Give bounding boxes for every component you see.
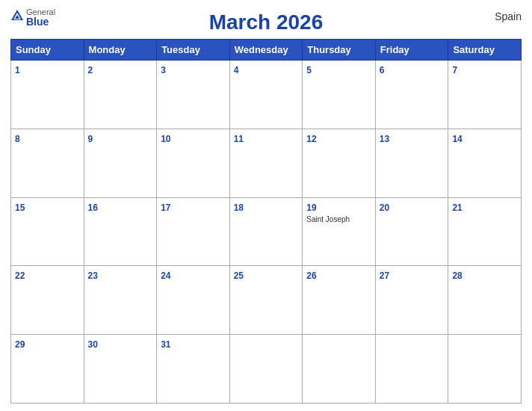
day-cell-4: 4 xyxy=(229,61,303,129)
header-friday: Friday xyxy=(375,40,448,61)
day-cell-18: 18 xyxy=(229,197,303,266)
header-sunday: Sunday xyxy=(11,40,84,61)
week-row-2: 891011121314 xyxy=(11,129,522,197)
country-label: Spain xyxy=(495,10,522,22)
day-cell-empty xyxy=(229,335,303,404)
day-cell-1: 1 xyxy=(11,61,84,129)
day-cell-31: 31 xyxy=(157,335,230,404)
day-number-29: 29 xyxy=(15,339,25,350)
day-number-28: 28 xyxy=(452,271,462,281)
day-cell-25: 25 xyxy=(229,266,303,335)
day-number-13: 13 xyxy=(380,134,389,144)
day-number-27: 27 xyxy=(380,271,389,281)
day-number-17: 17 xyxy=(161,203,170,213)
day-cell-19: 19Saint Joseph xyxy=(303,197,376,266)
week-row-3: 1516171819Saint Joseph2021 xyxy=(11,197,522,266)
day-number-7: 7 xyxy=(452,65,457,75)
day-number-8: 8 xyxy=(15,134,20,144)
day-cell-26: 26 xyxy=(303,266,376,335)
day-number-24: 24 xyxy=(161,271,170,281)
day-cell-2: 2 xyxy=(84,61,157,129)
day-cell-27: 27 xyxy=(375,266,448,335)
day-number-20: 20 xyxy=(380,203,389,213)
day-cell-12: 12 xyxy=(303,129,376,197)
logo-blue: Blue xyxy=(26,16,49,28)
day-cell-8: 8 xyxy=(11,129,84,197)
day-number-25: 25 xyxy=(234,271,244,281)
day-number-10: 10 xyxy=(161,134,170,144)
day-number-16: 16 xyxy=(88,203,98,213)
day-cell-16: 16 xyxy=(84,197,157,266)
day-number-14: 14 xyxy=(452,134,462,144)
month-title: March 2026 xyxy=(209,10,324,34)
day-number-2: 2 xyxy=(88,65,93,75)
header-tuesday: Tuesday xyxy=(157,40,230,61)
day-cell-11: 11 xyxy=(229,129,303,197)
day-cell-7: 7 xyxy=(448,61,522,129)
day-number-6: 6 xyxy=(380,65,385,75)
day-cell-5: 5 xyxy=(303,61,376,129)
day-number-15: 15 xyxy=(15,203,25,213)
day-cell-empty xyxy=(375,335,448,404)
weekday-header-row: Sunday Monday Tuesday Wednesday Thursday… xyxy=(11,40,522,61)
day-cell-empty xyxy=(303,335,376,404)
logo-text: General Blue xyxy=(26,7,55,28)
day-number-22: 22 xyxy=(15,271,25,281)
week-row-1: 1234567 xyxy=(11,61,522,129)
day-number-19: 19 xyxy=(306,203,316,213)
day-cell-23: 23 xyxy=(84,266,157,335)
day-number-23: 23 xyxy=(88,271,98,281)
day-number-11: 11 xyxy=(234,134,244,144)
header-wednesday: Wednesday xyxy=(229,40,303,61)
day-cell-9: 9 xyxy=(84,129,157,197)
header-monday: Monday xyxy=(84,40,157,61)
day-number-18: 18 xyxy=(234,203,244,213)
day-cell-24: 24 xyxy=(157,266,230,335)
day-cell-28: 28 xyxy=(448,266,522,335)
day-cell-21: 21 xyxy=(448,197,522,266)
header-saturday: Saturday xyxy=(448,40,522,61)
day-number-1: 1 xyxy=(15,65,20,75)
logo-area: General Blue xyxy=(10,7,55,28)
day-cell-3: 3 xyxy=(157,61,230,129)
day-cell-6: 6 xyxy=(375,61,448,129)
day-number-3: 3 xyxy=(161,65,166,75)
day-cell-empty xyxy=(448,335,522,404)
day-cell-22: 22 xyxy=(11,266,84,335)
generalblue-logo-icon xyxy=(10,9,24,22)
day-cell-13: 13 xyxy=(375,129,448,197)
calendar-table: Sunday Monday Tuesday Wednesday Thursday… xyxy=(10,39,522,404)
day-cell-14: 14 xyxy=(448,129,522,197)
week-row-4: 22232425262728 xyxy=(11,266,522,335)
calendar-header: General Blue March 2026 Spain xyxy=(10,7,522,34)
header-thursday: Thursday xyxy=(303,40,376,61)
day-number-30: 30 xyxy=(88,339,98,350)
title-area: March 2026 xyxy=(209,10,324,34)
day-cell-10: 10 xyxy=(157,129,230,197)
day-number-12: 12 xyxy=(306,134,316,144)
day-number-31: 31 xyxy=(161,339,170,350)
day-number-21: 21 xyxy=(452,203,462,213)
day-number-26: 26 xyxy=(306,271,316,281)
day-cell-30: 30 xyxy=(84,335,157,404)
week-row-5: 293031 xyxy=(11,335,522,404)
day-cell-20: 20 xyxy=(375,197,448,266)
day-cell-15: 15 xyxy=(11,197,84,266)
day-cell-29: 29 xyxy=(11,335,84,404)
day-number-5: 5 xyxy=(306,65,312,75)
day-cell-17: 17 xyxy=(157,197,230,266)
day-number-4: 4 xyxy=(234,65,239,75)
holiday-19: Saint Joseph xyxy=(306,215,371,223)
calendar-wrapper: General Blue March 2026 Spain Sunday Mon… xyxy=(0,0,532,411)
day-number-9: 9 xyxy=(88,134,93,144)
